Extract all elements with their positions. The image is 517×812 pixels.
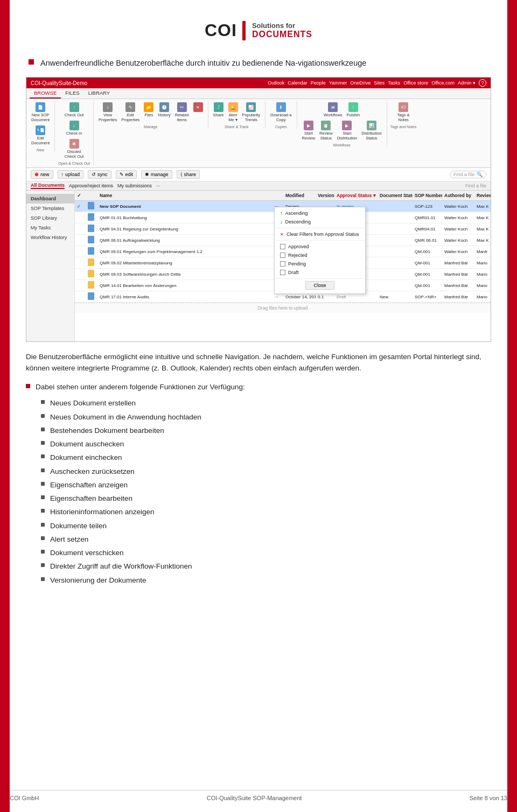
ribbon-btn-new-sop[interactable]: 📄 New SOPDocument <box>30 101 51 123</box>
logo-text: Solutions for DOCUMENTS <box>252 22 312 39</box>
filter-pending[interactable]: Pending <box>275 260 365 268</box>
clear-filters-link[interactable]: ✕ Clear Filters from Approval Status <box>275 230 365 239</box>
ribbon-btn-publish[interactable]: ↑ Publish <box>345 101 362 118</box>
ribbon-btn-history[interactable]: 🕐 History <box>156 101 172 123</box>
col-reviewed[interactable]: Reviewed <box>474 192 491 199</box>
app-title: COI-QualitySuite-Demo <box>31 80 87 86</box>
col-version[interactable]: Version <box>316 192 334 199</box>
filter-my-submissions[interactable]: My submissions <box>117 183 152 188</box>
ribbon-btn-start-review[interactable]: ▶ StartReview <box>301 120 317 142</box>
btn-sync[interactable]: ↺ sync <box>88 170 111 179</box>
filter-more[interactable]: ··· <box>156 183 160 188</box>
col-state[interactable]: Document State <box>378 192 413 199</box>
ribbon-btn-review-status[interactable]: 📋 ReviewStatus <box>318 120 334 142</box>
ribbon-btn-distrib-status[interactable]: 📊 DistributionStatus <box>360 120 383 142</box>
sub-bullet-text-8: Historieninformationen anzeigen <box>50 507 155 517</box>
ribbon-btn-x[interactable]: ✕ <box>192 101 205 123</box>
btn-manage[interactable]: ✱ manage <box>141 170 172 179</box>
nav-admin[interactable]: Admin ▾ <box>458 80 476 86</box>
col-name[interactable]: Name <box>97 192 273 199</box>
sidebar-workflow-history[interactable]: Workflow History <box>26 233 74 242</box>
ribbon-btn-tags[interactable]: 🏷 Tags &Notes <box>396 101 411 123</box>
filter-approved[interactable]: Approved <box>275 242 365 251</box>
sub-bullet-text-6: Eigenschaften anzeigen <box>50 480 128 491</box>
sidebar-sop-library[interactable]: SOP Library <box>26 213 74 223</box>
nav-office-store[interactable]: Office store <box>403 80 428 86</box>
ascending-arrow-icon: ↑ <box>280 211 283 216</box>
share2-icon: ⟨ <box>180 172 183 177</box>
nav-sites[interactable]: Sites <box>374 80 385 86</box>
col-modified[interactable]: Modified <box>283 192 316 199</box>
ribbon-btn-download[interactable]: ⬇ Download aCopy <box>269 101 294 123</box>
ribbon-btn-edit[interactable]: ✎📄 EditDocument <box>30 124 51 146</box>
ribbon-label-start-review: StartReview <box>302 131 316 141</box>
tab-browse[interactable]: BROWSE <box>30 88 61 99</box>
nav-tasks[interactable]: Tasks <box>388 80 400 86</box>
filter-all-docs[interactable]: All Documents <box>31 183 65 189</box>
ribbon-btn-view-properties[interactable]: i ViewProperties <box>97 101 118 123</box>
ribbon: 📄 New SOPDocument ✎📄 EditDocument New ↑ … <box>26 99 491 168</box>
ribbon-label-publish: Publish <box>347 113 360 117</box>
filter-approve-reject[interactable]: Approve/reject items <box>69 183 113 188</box>
btn-edit[interactable]: ✎ edit <box>116 170 137 179</box>
sub-bullet-item-10: Alert setzen <box>41 534 491 545</box>
history-icon: 🕐 <box>159 102 169 112</box>
ribbon-group-workflows: ⇄ Workflows ↑ Publish ▶ StartReview <box>301 101 387 147</box>
footer-left: COI GmbH <box>10 795 39 801</box>
upload-icon: ↑ <box>61 172 64 177</box>
btn-share[interactable]: ⟨ share <box>177 170 200 179</box>
nav-people[interactable]: People <box>311 80 326 86</box>
dropdown-close-button[interactable]: Close <box>305 281 334 290</box>
ribbon-label-alert: AlertMe ▾ <box>228 113 237 122</box>
ribbon-btn-alert[interactable]: 🔔 AlertMe ▾ <box>227 101 240 123</box>
ribbon-btn-discard[interactable]: ✖ DiscardCheck Out <box>63 138 85 160</box>
sub-bullet-item-9: Dokumente teilen <box>41 521 491 531</box>
nav-sidebar: Dashboard SOP Templates SOP Library My T… <box>26 191 75 341</box>
sub-bullet-item-11: Dokument verschicken <box>41 548 491 558</box>
sort-ascending[interactable]: ↑ Ascending <box>275 209 365 218</box>
descending-arrow-icon: ↓ <box>280 219 283 225</box>
search-box[interactable]: Find a file 🔍 <box>450 171 486 178</box>
tab-files[interactable]: FILES <box>61 88 83 99</box>
sidebar-sop-templates[interactable]: SOP Templates <box>26 204 74 213</box>
alert-icon: 🔔 <box>228 102 238 112</box>
ribbon-btn-related[interactable]: ⚯ RelatedItems <box>173 101 191 123</box>
nav-calendar[interactable]: Calendar <box>288 80 308 86</box>
description-text: Die Benutzeroberfläche ermöglicht eine i… <box>26 352 491 374</box>
sub-bullet-icon-12 <box>41 563 45 567</box>
ribbon-label-workflows: Workflows <box>324 113 342 117</box>
nav-outlook[interactable]: Outlook <box>268 80 284 86</box>
ribbon-btn-edit-properties[interactable]: ✎ EditProperties <box>120 101 141 123</box>
sidebar-dashboard[interactable]: Dashboard <box>26 194 74 204</box>
ribbon-btn-start-distribution[interactable]: ▶ StartDistribution <box>336 120 359 142</box>
filter-draft[interactable]: Draft <box>275 268 365 277</box>
nav-help[interactable]: ? <box>479 79 486 87</box>
section1-heading: Anwenderfreundliche Benutzeroberfläche d… <box>26 58 491 68</box>
ribbon-btn-files[interactable]: 📁 Files <box>142 101 155 123</box>
btn-new[interactable]: ⊕ new <box>31 170 53 179</box>
filter-rejected[interactable]: Rejected <box>275 251 365 260</box>
ribbon-btn-workflows[interactable]: ⇄ Workflows <box>322 101 344 118</box>
main-bullet-text: Dabei stehen unter anderem folgende Funk… <box>36 382 245 393</box>
nav-yammer[interactable]: Yammer <box>329 80 347 86</box>
tab-library[interactable]: LIBRARY <box>84 88 114 99</box>
sub-bullet-icon-3 <box>41 441 45 445</box>
features-section: Dabei stehen unter anderem folgende Funk… <box>26 382 491 586</box>
col-approval[interactable]: Approval Status ▾ <box>334 192 378 199</box>
nav-onedrive[interactable]: OneDrive <box>350 80 371 86</box>
ribbon-group-label-new: New <box>37 148 44 152</box>
btn-upload[interactable]: ↑ upload <box>58 170 84 179</box>
col-sop-number[interactable]: SOP Number <box>413 192 442 199</box>
ribbon-btn-checkin[interactable]: ↓ Check In <box>65 120 84 137</box>
ribbon-btn-share[interactable]: ⤴ Share <box>212 101 226 123</box>
sidebar-my-tasks[interactable]: My Tasks <box>26 223 74 233</box>
tags-icon: 🏷 <box>399 102 408 112</box>
edit-props-icon: ✎ <box>125 102 135 112</box>
ribbon-btn-popularity[interactable]: 📈 PopularityTrends <box>241 101 262 123</box>
clear-filters-icon: ✕ <box>280 232 284 237</box>
col-authored-by[interactable]: Authored by <box>442 192 474 199</box>
sort-descending[interactable]: ↓ Descending <box>275 218 365 226</box>
ribbon-btn-checkout[interactable]: ↑ Check Out <box>63 101 85 118</box>
ribbon-label-edit: EditDocument <box>31 136 50 145</box>
nav-office-com[interactable]: Office.com <box>431 80 455 86</box>
